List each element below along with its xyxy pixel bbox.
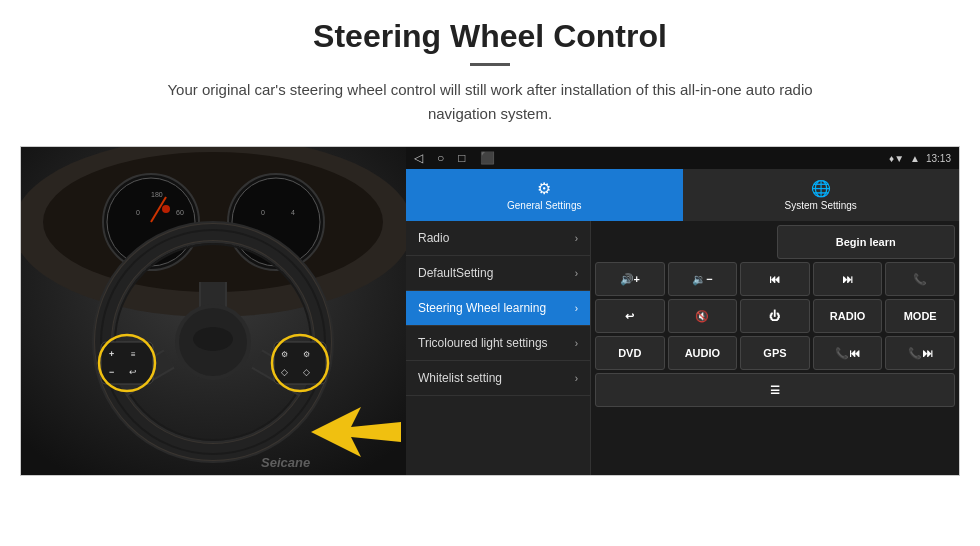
dvd-label: DVD [618, 347, 641, 359]
page-subtitle: Your original car's steering wheel contr… [140, 78, 840, 126]
menu-steering-label: Steering Wheel learning [418, 301, 546, 315]
svg-text:◇: ◇ [303, 367, 310, 377]
svg-point-29 [193, 327, 233, 351]
radio-label: RADIO [830, 310, 865, 322]
back-icon[interactable]: ◁ [414, 151, 423, 165]
menu-arrow-whitelist: › [575, 373, 578, 384]
hang-up-button[interactable]: ↩ [595, 299, 665, 333]
page-wrapper: Steering Wheel Control Your original car… [0, 0, 980, 476]
dvd-button[interactable]: DVD [595, 336, 665, 370]
menu-item-whitelist[interactable]: Whitelist setting › [406, 361, 590, 396]
menu-arrow-default: › [575, 268, 578, 279]
begin-learn-button[interactable]: Begin learn [777, 225, 956, 259]
gps-label: GPS [763, 347, 786, 359]
nav-icons: ◁ ○ □ ⬛ [414, 151, 495, 165]
mute-icon: 🔇 [695, 310, 709, 323]
svg-text:Seicane: Seicane [261, 455, 310, 470]
svg-text:180: 180 [151, 191, 163, 198]
screenshot-icon[interactable]: ⬛ [480, 151, 495, 165]
prev-track-button[interactable]: ⏮ [740, 262, 810, 296]
ctrl-row-1: Begin learn [595, 225, 955, 259]
svg-text:4: 4 [291, 209, 295, 216]
menu-tricoloured-label: Tricoloured light settings [418, 336, 548, 350]
svg-point-9 [162, 205, 170, 213]
system-settings-label: System Settings [785, 200, 857, 211]
recents-icon[interactable]: □ [458, 151, 465, 165]
power-button[interactable]: ⏻ [740, 299, 810, 333]
menu-arrow-steering: › [575, 303, 578, 314]
tel-prev-button[interactable]: 📞⏮ [813, 336, 883, 370]
tel-next-icon: 📞⏭ [908, 347, 933, 360]
title-divider [470, 63, 510, 66]
tel-prev-icon: 📞⏮ [835, 347, 860, 360]
svg-text:⚙: ⚙ [303, 350, 310, 359]
clock: 13:13 [926, 153, 951, 164]
svg-text:↩: ↩ [129, 367, 137, 377]
menu-default-label: DefaultSetting [418, 266, 493, 280]
vol-up-button[interactable]: 🔊+ [595, 262, 665, 296]
wifi-icon: ▲ [910, 153, 920, 164]
svg-text:+: + [109, 349, 114, 359]
svg-text:60: 60 [176, 209, 184, 216]
menu-list: Radio › DefaultSetting › Steering Wheel … [406, 221, 591, 475]
page-header: Steering Wheel Control Your original car… [0, 0, 980, 136]
mode-label: MODE [904, 310, 937, 322]
svg-text:⚙: ⚙ [281, 350, 288, 359]
content-area: 0 60 120 180 0 4 8 [20, 146, 960, 476]
svg-text:0: 0 [136, 209, 140, 216]
audio-button[interactable]: AUDIO [668, 336, 738, 370]
general-settings-label: General Settings [507, 200, 582, 211]
general-settings-tab[interactable]: ⚙ General Settings [406, 169, 683, 221]
control-panel: Begin learn 🔊+ 🔉− ⏮ [591, 221, 959, 475]
page-title: Steering Wheel Control [60, 18, 920, 55]
power-icon: ⏻ [769, 310, 780, 322]
ctrl-row-2: 🔊+ 🔉− ⏮ ⏭ 📞 [595, 262, 955, 296]
mode-button[interactable]: MODE [885, 299, 955, 333]
svg-text:−: − [109, 367, 114, 377]
audio-label: AUDIO [685, 347, 720, 359]
ctrl-row-3: ↩ 🔇 ⏻ RADIO MODE [595, 299, 955, 333]
steering-wheel-svg: 0 60 120 180 0 4 8 [21, 147, 406, 475]
menu-arrow-radio: › [575, 233, 578, 244]
ctrl-row-5: ☰ [595, 373, 955, 407]
next-track-icon: ⏭ [842, 273, 853, 285]
phone-button[interactable]: 📞 [885, 262, 955, 296]
system-settings-icon: 🌐 [811, 179, 831, 198]
vol-up-icon: 🔊+ [620, 273, 640, 286]
menu-hamburger-icon: ☰ [770, 384, 780, 397]
system-settings-tab[interactable]: 🌐 System Settings [683, 169, 960, 221]
settings-tabs: ⚙ General Settings 🌐 System Settings [406, 169, 959, 221]
menu-radio-label: Radio [418, 231, 449, 245]
radio-button[interactable]: RADIO [813, 299, 883, 333]
steering-wheel-photo: 0 60 120 180 0 4 8 [21, 147, 406, 475]
ctrl-empty-1 [595, 225, 774, 259]
menu-icon-button[interactable]: ☰ [595, 373, 955, 407]
svg-text:0: 0 [261, 209, 265, 216]
vol-down-button[interactable]: 🔉− [668, 262, 738, 296]
hang-up-icon: ↩ [625, 310, 634, 323]
mute-button[interactable]: 🔇 [668, 299, 738, 333]
vol-down-icon: 🔉− [692, 273, 712, 286]
panel-body: Radio › DefaultSetting › Steering Wheel … [406, 221, 959, 475]
menu-whitelist-label: Whitelist setting [418, 371, 502, 385]
android-panel: ◁ ○ □ ⬛ ♦▼ ▲ 13:13 ⚙ General Settings [406, 147, 959, 475]
prev-track-icon: ⏮ [769, 273, 780, 285]
tel-next-button[interactable]: 📞⏭ [885, 336, 955, 370]
svg-rect-35 [274, 342, 326, 384]
gps-button[interactable]: GPS [740, 336, 810, 370]
signal-icon: ♦▼ [889, 153, 904, 164]
general-settings-icon: ⚙ [537, 179, 551, 198]
next-track-button[interactable]: ⏭ [813, 262, 883, 296]
menu-item-default[interactable]: DefaultSetting › [406, 256, 590, 291]
menu-item-steering[interactable]: Steering Wheel learning › [406, 291, 590, 326]
svg-text:◇: ◇ [281, 367, 288, 377]
phone-icon: 📞 [913, 273, 927, 286]
home-icon[interactable]: ○ [437, 151, 444, 165]
ctrl-row-4: DVD AUDIO GPS 📞⏮ 📞⏭ [595, 336, 955, 370]
menu-item-radio[interactable]: Radio › [406, 221, 590, 256]
status-bar: ◁ ○ □ ⬛ ♦▼ ▲ 13:13 [406, 147, 959, 169]
menu-item-tricoloured[interactable]: Tricoloured light settings › [406, 326, 590, 361]
menu-arrow-tricoloured: › [575, 338, 578, 349]
svg-text:≡: ≡ [131, 350, 136, 359]
status-right: ♦▼ ▲ 13:13 [889, 153, 951, 164]
